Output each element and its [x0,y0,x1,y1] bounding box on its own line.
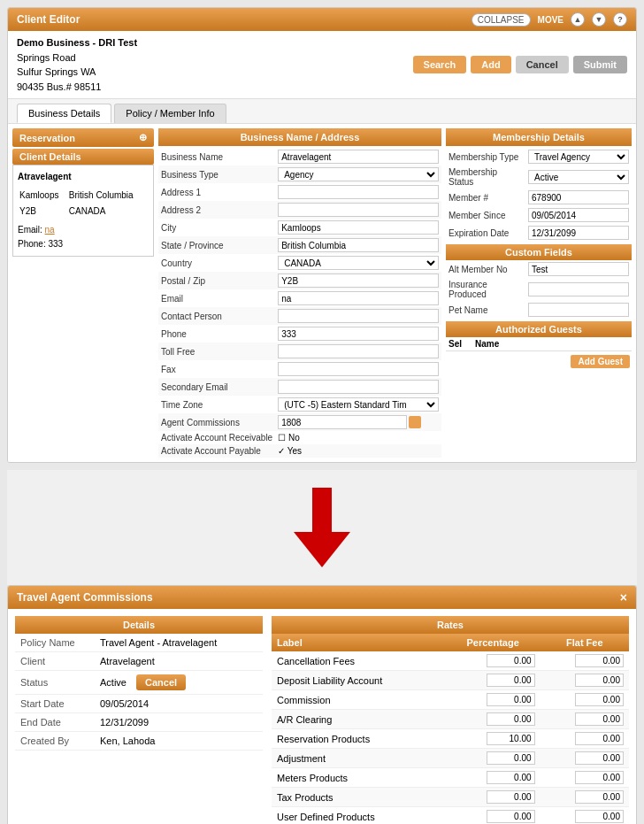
guests-header-row: Sel Name [446,337,632,351]
row-client: Client Atravelagent [15,652,263,671]
input-address1[interactable] [278,185,439,199]
rate-flatfee-input[interactable] [575,654,624,667]
rate-label: Cancellation Fees [272,651,446,671]
form-row-timezone: Time Zone (UTC -5) Eastern Standard Tim [158,396,441,413]
input-city[interactable] [278,220,439,235]
rate-percentage-input[interactable] [487,810,535,823]
col-percentage: Percentage [446,634,540,651]
client-details-header: Client Details [12,149,154,165]
rate-percentage-input[interactable] [487,732,535,745]
move-down-button[interactable]: ▼ [592,12,606,27]
row-created-by: Created By Ken, Lahoda [15,732,263,751]
value-start-date: 09/05/2014 [95,695,263,713]
select-timezone[interactable]: (UTC -5) Eastern Standard Tim [278,397,439,412]
membership-table: Membership Type Travel Agency Membership… [446,148,632,242]
label-client: Client [15,652,95,671]
select-membership-status[interactable]: Active [528,170,629,184]
reservation-add-icon[interactable]: ⊕ [139,132,147,143]
input-agent-commissions[interactable] [278,415,406,429]
rate-percentage-input[interactable] [487,771,535,784]
input-insurance[interactable] [528,282,629,296]
main-content: Reservation ⊕ Client Details Atravelagen… [8,124,636,462]
rate-flatfee-input[interactable] [575,674,624,687]
value-policy-name: Travel Agent - Atravelagent [95,634,263,652]
search-button[interactable]: Search [413,56,467,73]
input-secondary-email[interactable] [278,380,439,394]
status-cancel-button[interactable]: Cancel [136,674,186,690]
guests-col-sel: Sel [448,339,475,349]
rate-flatfee-input[interactable] [575,712,624,726]
cancel-button[interactable]: Cancel [516,56,569,73]
custom-fields-title: Custom Fields [446,244,632,260]
select-membership-type[interactable]: Travel Agency [528,150,629,164]
rate-percentage-input[interactable] [487,693,535,706]
add-guest-button[interactable]: Add Guest [571,355,630,368]
input-member-number[interactable] [528,190,629,204]
input-expiration-date[interactable] [528,226,629,240]
tab-policy-member-info[interactable]: Policy / Member Info [114,104,226,123]
rate-row: Reservation Products [272,729,629,749]
select-business-type[interactable]: Agency [278,167,439,181]
input-email[interactable] [278,291,439,305]
bottom-panel: Travel Agent Commissions × Details Polic… [7,585,637,824]
label-alt-member: Alt Member No [446,260,525,278]
client-code: Y2B [19,204,67,219]
label-insurance: Insurance Produced [446,278,525,301]
rate-percentage-input[interactable] [487,790,535,804]
checkbox-ap[interactable] [278,446,285,456]
input-fax[interactable] [278,362,439,376]
center-form: Business Name / Address Business Name Bu… [158,128,441,458]
close-icon[interactable]: × [620,590,627,605]
row-membership-status: Membership Status Active [446,166,632,189]
label-address1: Address 1 [158,183,275,201]
form-row-postal: Postal / Zip [158,272,441,289]
add-button[interactable]: Add [471,56,510,73]
label-member-since: Member Since [446,206,525,224]
checkbox-ar[interactable] [278,433,286,443]
input-state[interactable] [278,238,439,252]
value-client: Atravelagent [95,652,263,671]
row-status: Status Active Cancel [15,671,263,695]
input-postal[interactable] [278,273,439,288]
select-country[interactable]: CANADA [278,256,439,270]
label-member-number: Member # [446,189,525,206]
rate-row: Meters Products [272,768,629,788]
label-business-name: Business Name [158,148,275,166]
form-row-ap: Activate Account Payable Yes [158,444,441,458]
rate-flatfee-input[interactable] [575,810,624,823]
bottom-content: Details Policy Name Travel Agent - Atrav… [8,609,636,824]
commissions-action-button[interactable] [409,416,421,428]
rate-percentage-input[interactable] [487,674,535,687]
input-business-name[interactable] [278,150,439,164]
row-policy-name: Policy Name Travel Agent - Atravelagent [15,634,263,652]
client-details-box: Atravelagent Kamloops British Columbia Y… [12,165,154,257]
rate-label: Adjustment [272,749,446,768]
rate-flatfee-input[interactable] [575,771,624,784]
rate-row: Deposit Liability Account [272,671,629,690]
rate-label: Tax Products [272,788,446,807]
row-insurance: Insurance Produced [446,278,632,301]
rate-percentage-input[interactable] [487,712,535,726]
tab-business-details[interactable]: Business Details [17,104,111,123]
form-row-contact: Contact Person [158,307,441,325]
rate-flatfee-input[interactable] [575,732,624,745]
rate-percentage-input[interactable] [487,654,535,667]
rate-flatfee-input[interactable] [575,790,624,804]
form-row-country: Country CANADA [158,254,441,272]
submit-button[interactable]: Submit [573,56,627,73]
help-button[interactable]: ? [613,12,627,27]
input-phone[interactable] [278,327,439,341]
reservation-label: Reservation [19,133,75,143]
input-pet-name[interactable] [528,303,629,317]
rate-flatfee-input[interactable] [575,693,624,706]
input-contact[interactable] [278,309,439,323]
panel-header-controls: COLLAPSE MOVE ▲ ▼ ? [472,12,627,27]
input-address2[interactable] [278,203,439,217]
input-tollfree[interactable] [278,344,439,358]
input-alt-member[interactable] [528,262,629,276]
rate-percentage-input[interactable] [487,751,535,765]
input-member-since[interactable] [528,208,629,222]
collapse-button[interactable]: COLLAPSE [472,13,531,27]
move-up-button[interactable]: ▲ [571,12,585,27]
rate-flatfee-input[interactable] [575,751,624,765]
